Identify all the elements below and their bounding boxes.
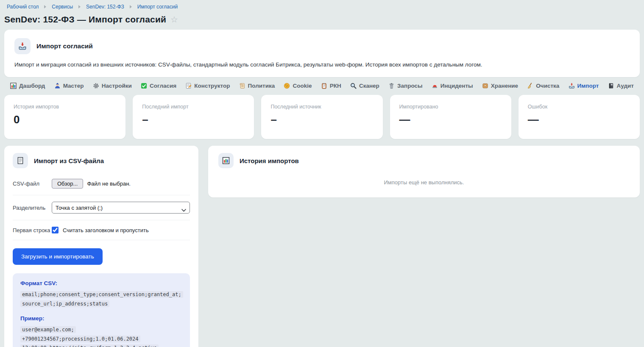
tab-policy[interactable]: Политика — [239, 83, 275, 89]
upload-import-button[interactable]: Загрузить и импортировать — [13, 248, 103, 265]
csv-file-label: CSV-файл — [13, 180, 52, 187]
bar-chart-icon — [218, 153, 234, 168]
csv-format-info-box: Формат CSV: email;phone;consent_type;con… — [13, 273, 190, 347]
tab-cleanup[interactable]: Очистка — [527, 83, 559, 89]
box-icon — [482, 83, 488, 89]
tab-label: Очистка — [536, 83, 559, 89]
tab-label: Запросы — [397, 83, 422, 89]
breadcrumb-module[interactable]: SenDev: 152-ФЗ — [86, 4, 124, 10]
breadcrumb-services[interactable]: Сервисы — [52, 4, 73, 10]
check-icon — [141, 83, 147, 89]
page: Рабочий стол Сервисы SenDev: 152-ФЗ Импо… — [0, 0, 644, 347]
stat-label: Ошибок — [528, 104, 630, 110]
import-history-panel: История импортов Импорты ещё не выполнял… — [208, 146, 640, 197]
tab-master[interactable]: Мастер — [54, 83, 84, 89]
module-tabbar: Дашборд Мастер Настройки Согласия Констр… — [4, 77, 640, 94]
stat-value: – — [142, 113, 245, 126]
stat-value: — — [399, 113, 502, 126]
stat-card-imported: Импортировано — — [390, 95, 511, 139]
trash-icon — [388, 83, 395, 89]
tab-settings[interactable]: Настройки — [93, 83, 132, 89]
tab-label: Инциденты — [440, 83, 473, 89]
csv-import-form: CSV-файл Обзор... Файл не выбран. Раздел… — [13, 172, 190, 347]
broom-icon — [527, 83, 533, 89]
tab-label: Cookie — [293, 83, 312, 89]
header-row-checkbox[interactable] — [52, 227, 59, 233]
stat-value: – — [270, 113, 373, 126]
history-empty-text: Импорты ещё не выполнялись. — [218, 179, 630, 186]
first-row-label: Первая строка — [13, 227, 52, 233]
tab-label: Мастер — [63, 83, 84, 89]
tab-label: Настройки — [102, 83, 132, 89]
tab-cookie[interactable]: Cookie — [284, 83, 312, 89]
delimiter-row: Разделитель Точка с запятой (;) — [13, 195, 190, 220]
tab-import[interactable]: Импорт — [569, 83, 599, 89]
memo-icon — [185, 83, 192, 89]
document-icon — [13, 153, 28, 168]
breadcrumb-arrow-icon — [44, 5, 46, 8]
stat-card-last-import: Последний импорт – — [133, 95, 254, 139]
favorite-star-icon[interactable]: ☆ — [170, 15, 178, 24]
stat-label: Последний импорт — [142, 104, 245, 110]
stat-card-last-source: Последний источник – — [261, 95, 382, 139]
csv-example-heading: Пример: — [20, 315, 182, 322]
tab-scanner[interactable]: Сканер — [350, 83, 379, 89]
page-title: SenDev: 152-ФЗ — Импорт согласий — [4, 14, 166, 25]
stat-label: Импортировано — [399, 104, 502, 110]
clipboard-icon — [321, 83, 327, 89]
browse-file-button[interactable]: Обзор... — [52, 179, 83, 189]
notebook-icon — [608, 83, 614, 89]
csv-import-panel: Импорт из CSV-файла CSV-файл Обзор... Фа… — [4, 146, 198, 347]
header-row-checkbox-label: Считать заголовком и пропустить — [63, 227, 149, 233]
tab-label: Политика — [248, 83, 275, 89]
csv-format-heading: Формат CSV: — [20, 280, 182, 286]
tab-label: Конструктор — [194, 83, 230, 89]
cookie-icon — [284, 83, 290, 89]
header-card: Импорт согласий Импорт и миграция соглас… — [4, 30, 640, 77]
csv-example-code: user@example.com; +79001234567;processin… — [20, 325, 182, 347]
tab-dashboard[interactable]: Дашборд — [10, 83, 45, 89]
tab-consents[interactable]: Согласия — [141, 83, 176, 89]
delimiter-select[interactable]: Точка с запятой (;) — [52, 202, 190, 214]
tab-label: Аудит — [617, 83, 634, 89]
stat-value: 0 — [14, 113, 116, 126]
tab-constructor[interactable]: Конструктор — [185, 83, 230, 89]
stat-label: История импортов — [14, 104, 116, 110]
breadcrumb-desktop[interactable]: Рабочий стол — [7, 4, 39, 10]
breadcrumb-arrow-icon — [78, 5, 81, 8]
history-panel-title: История импортов — [240, 157, 299, 164]
inbox-import-icon — [569, 83, 575, 89]
breadcrumb: Рабочий стол Сервисы SenDev: 152-ФЗ Импо… — [4, 0, 640, 10]
scroll-icon — [239, 83, 245, 89]
breadcrumb-arrow-icon — [130, 5, 132, 8]
gear-icon — [93, 83, 99, 89]
siren-icon — [432, 83, 438, 89]
first-row-row: Первая строка Считать заголовком и пропу… — [13, 220, 190, 240]
tab-label: Сканер — [359, 83, 379, 89]
inbox-import-icon — [14, 38, 31, 54]
tab-requests[interactable]: Запросы — [388, 83, 422, 89]
stats-row: История импортов 0 Последний импорт – По… — [4, 95, 640, 139]
tab-label: Импорт — [577, 83, 599, 89]
csv-panel-title: Импорт из CSV-файла — [34, 157, 104, 164]
delimiter-label: Разделитель — [13, 205, 52, 211]
tab-audit[interactable]: Аудит — [608, 83, 634, 89]
header-description: Импорт и миграция согласий из внешних ис… — [14, 61, 630, 68]
tab-incidents[interactable]: Инциденты — [432, 83, 473, 89]
titlebar: SenDev: 152-ФЗ — Импорт согласий ☆ — [4, 10, 640, 30]
no-file-selected-text: Файл не выбран. — [87, 180, 131, 187]
stat-value: — — [528, 113, 630, 126]
header-title: Импорт согласий — [36, 42, 93, 50]
tab-storage[interactable]: Хранение — [482, 83, 518, 89]
stat-card-history: История импортов 0 — [4, 95, 125, 139]
dashboard-icon — [10, 83, 17, 89]
stat-label: Последний источник — [270, 104, 373, 110]
csv-file-row: CSV-файл Обзор... Файл не выбран. — [13, 172, 190, 195]
csv-format-code: email;phone;consent_type;consent_version… — [20, 290, 182, 308]
main-content: Импорт из CSV-файла CSV-файл Обзор... Фа… — [4, 146, 640, 347]
stat-card-errors: Ошибок — — [519, 95, 640, 139]
tab-label: РКН — [330, 83, 341, 89]
tab-label: Хранение — [491, 83, 518, 89]
breadcrumb-current[interactable]: Импорт согласий — [137, 4, 178, 10]
tab-rkn[interactable]: РКН — [321, 83, 341, 89]
